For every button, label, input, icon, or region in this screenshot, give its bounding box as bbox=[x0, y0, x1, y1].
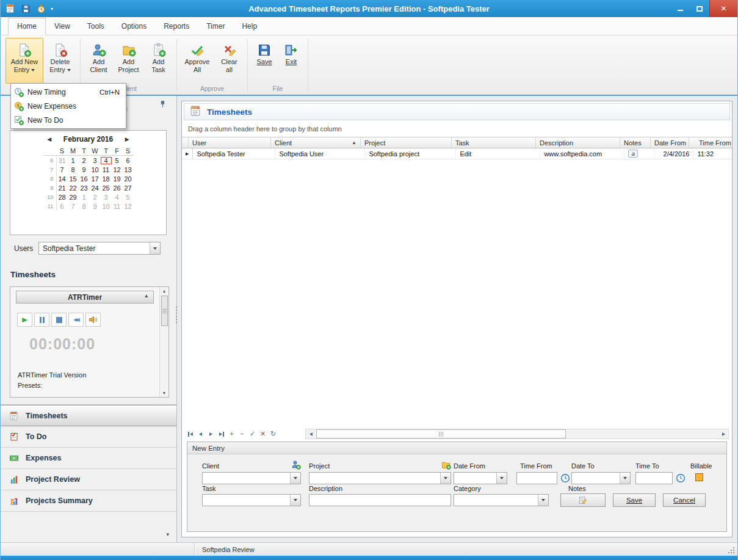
cell-description[interactable]: www.softpedia.com bbox=[540, 148, 624, 159]
calendar-day-selected[interactable]: 4 bbox=[101, 157, 112, 164]
timer-pause-button[interactable] bbox=[34, 313, 49, 327]
nav-next-button[interactable] bbox=[206, 429, 216, 439]
time-from-input[interactable] bbox=[516, 472, 557, 484]
calendar-day[interactable]: 17 bbox=[90, 175, 101, 183]
users-dropdown-button[interactable] bbox=[150, 242, 160, 254]
ribbon-save-button[interactable]: Save bbox=[251, 38, 278, 84]
notes-attachment-icon[interactable]: a bbox=[628, 150, 638, 158]
category-combobox[interactable] bbox=[454, 494, 549, 506]
tab-home[interactable]: Home bbox=[8, 18, 46, 35]
calendar-day[interactable]: 21 bbox=[57, 184, 68, 192]
nav-last-button[interactable] bbox=[216, 429, 226, 439]
sidebar-collapse-icon[interactable]: ▾ bbox=[166, 531, 169, 537]
nav-first-button[interactable] bbox=[185, 429, 195, 439]
time-to-input[interactable] bbox=[635, 472, 673, 484]
sidebar-item-timesheets[interactable]: Timesheets bbox=[1, 405, 176, 426]
nav-append-button[interactable]: + bbox=[226, 429, 237, 439]
calendar-day[interactable]: 7 bbox=[57, 166, 68, 173]
calendar-day[interactable]: 11 bbox=[101, 166, 112, 173]
delete-entry-button[interactable]: Delete Entry bbox=[43, 38, 77, 84]
calendar-day[interactable]: 27 bbox=[123, 184, 134, 192]
tab-options[interactable]: Options bbox=[113, 18, 155, 35]
horizontal-scrollbar[interactable] bbox=[305, 429, 729, 439]
sidebar-item-to-do[interactable]: To Do bbox=[1, 426, 176, 448]
nav-delete-button[interactable]: − bbox=[237, 429, 247, 439]
hscrollbar-thumb[interactable] bbox=[316, 429, 566, 438]
nav-cancel-button[interactable]: ✕ bbox=[258, 429, 268, 439]
timer-play-button[interactable]: ▶ bbox=[17, 313, 32, 327]
tab-help[interactable]: Help bbox=[233, 18, 266, 35]
project-dropdown-button[interactable] bbox=[440, 473, 450, 484]
table-row[interactable]: ▶ Softpedia Tester Softpedia User Softpe… bbox=[182, 148, 732, 159]
date-from-picker[interactable] bbox=[454, 472, 507, 484]
calendar-day[interactable]: 2 bbox=[79, 157, 90, 164]
date-from-dropdown-button[interactable] bbox=[496, 473, 507, 484]
scroll-up-icon[interactable]: ▲ bbox=[160, 287, 168, 295]
calendar-day[interactable]: 28 bbox=[57, 194, 68, 201]
minimize-button[interactable] bbox=[670, 0, 690, 17]
qat-save-icon[interactable] bbox=[20, 3, 31, 14]
menu-item-new-timing[interactable]: New Timing Ctrl+N bbox=[11, 85, 126, 99]
calendar-day[interactable]: 8 bbox=[79, 203, 90, 210]
hscrollbar-track[interactable] bbox=[316, 429, 718, 438]
calendar-day[interactable]: 11 bbox=[112, 203, 123, 210]
calendar-day[interactable]: 20 bbox=[123, 175, 134, 183]
calendar-day[interactable]: 31 bbox=[57, 157, 68, 164]
calendar-day[interactable]: 6 bbox=[57, 203, 68, 210]
calendar-day[interactable]: 22 bbox=[68, 184, 79, 192]
client-combobox[interactable] bbox=[202, 472, 301, 484]
clear-all-button[interactable]: Clear all bbox=[214, 38, 244, 84]
scrollbar-thumb[interactable] bbox=[161, 296, 168, 326]
scroll-right-button[interactable] bbox=[718, 429, 728, 438]
calendar-day[interactable]: 25 bbox=[101, 184, 112, 192]
close-button[interactable]: ✕ bbox=[709, 0, 737, 17]
cell-notes[interactable]: a bbox=[624, 148, 655, 159]
category-dropdown-button[interactable] bbox=[538, 495, 548, 506]
calendar-day[interactable]: 10 bbox=[90, 166, 101, 173]
calendar-day[interactable]: 2 bbox=[90, 194, 101, 201]
add-project-button[interactable]: Add Project bbox=[114, 38, 143, 84]
cancel-button[interactable]: Cancel bbox=[663, 493, 706, 507]
atrtimer-header[interactable]: ATRTimer ▴ bbox=[16, 291, 154, 304]
splitter-handle[interactable] bbox=[176, 307, 177, 325]
calendar-day[interactable]: 5 bbox=[123, 194, 134, 201]
pin-icon[interactable] bbox=[159, 100, 167, 111]
add-task-button[interactable]: Add Task bbox=[143, 38, 173, 84]
client-dropdown-button[interactable] bbox=[290, 473, 300, 484]
time-to-clock-icon[interactable] bbox=[676, 473, 686, 483]
calendar-day[interactable]: 15 bbox=[68, 175, 79, 183]
calendar-day[interactable]: 13 bbox=[123, 166, 134, 173]
sidebar-item-expenses[interactable]: Expenses bbox=[1, 448, 176, 469]
nav-post-button[interactable]: ✓ bbox=[247, 429, 258, 439]
column-header-time-from[interactable]: Time From bbox=[689, 137, 732, 148]
timer-rewind-button[interactable]: ◀◀ bbox=[68, 313, 84, 327]
task-combobox[interactable] bbox=[202, 494, 301, 506]
calendar-day[interactable]: 8 bbox=[68, 166, 79, 173]
approve-all-button[interactable]: Approve All bbox=[180, 38, 214, 84]
app-icon[interactable] bbox=[5, 3, 16, 14]
cell-client[interactable]: Softpedia User bbox=[275, 148, 365, 159]
calendar-day[interactable]: 9 bbox=[79, 166, 90, 173]
project-combobox[interactable] bbox=[309, 472, 451, 484]
column-header-task[interactable]: Task bbox=[452, 137, 536, 148]
tab-view[interactable]: View bbox=[46, 18, 79, 35]
calendar-day[interactable]: 12 bbox=[112, 166, 123, 173]
save-button[interactable]: Save bbox=[613, 493, 656, 507]
calendar-next-button[interactable]: ▶ bbox=[123, 136, 131, 142]
cell-project[interactable]: Softpedia project bbox=[365, 148, 456, 159]
cell-date-from[interactable]: 2/4/2016 bbox=[655, 148, 693, 159]
column-header-notes[interactable]: Notes bbox=[620, 137, 651, 148]
calendar-day[interactable]: 5 bbox=[112, 157, 123, 164]
cell-task[interactable]: Edit bbox=[456, 148, 540, 159]
tab-reports[interactable]: Reports bbox=[155, 18, 198, 35]
date-to-picker[interactable] bbox=[571, 472, 631, 484]
nav-refresh-button[interactable]: ↻ bbox=[268, 429, 278, 439]
calendar-day[interactable]: 14 bbox=[57, 175, 68, 183]
nav-prev-button[interactable] bbox=[195, 429, 206, 439]
calendar-day[interactable]: 23 bbox=[79, 184, 90, 192]
calendar-day[interactable]: 9 bbox=[90, 203, 101, 210]
column-header-client[interactable]: Client▲ bbox=[271, 137, 361, 148]
calendar-day[interactable]: 10 bbox=[101, 203, 112, 210]
exit-button[interactable]: Exit bbox=[278, 38, 305, 84]
add-client-icon[interactable] bbox=[291, 460, 301, 470]
